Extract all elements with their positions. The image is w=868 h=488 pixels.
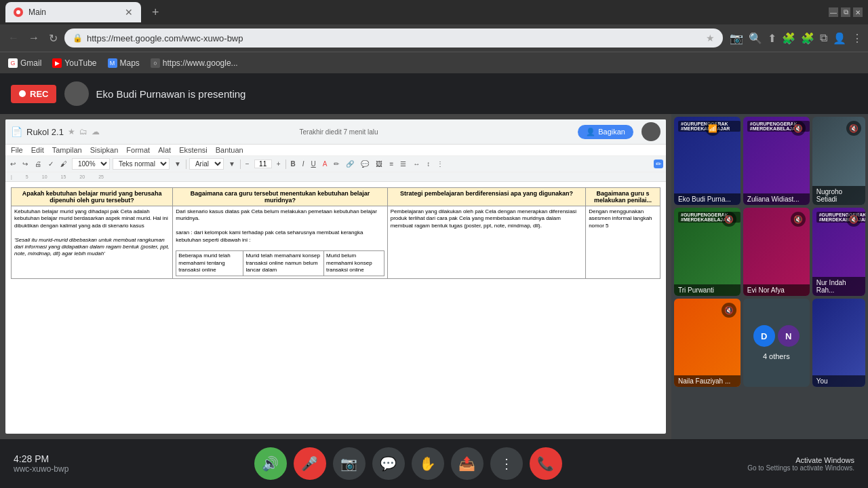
tb-list[interactable]: ☰: [398, 159, 408, 168]
present-button[interactable]: 📤: [451, 447, 484, 480]
last-edit-text: Terakhir diedit 7 menit lalu: [299, 128, 378, 136]
others-avatar-1: D: [753, 325, 775, 347]
tb-bold[interactable]: B: [289, 159, 298, 168]
reload-button[interactable]: ↻: [46, 29, 60, 48]
tb-font-size-input[interactable]: [254, 159, 272, 168]
video-tile-nurindah[interactable]: #GURUPENGGERAK #MERDEKABELAJAR 🔇 Nur Ind…: [812, 208, 865, 296]
mute-button[interactable]: 🎤: [294, 447, 326, 480]
active-tab[interactable]: Main ✕: [5, 2, 141, 22]
tb-link[interactable]: 🔗: [344, 159, 356, 168]
tb-zoom-select[interactable]: 100%: [72, 158, 110, 170]
video-tile-others[interactable]: D N 4 others: [743, 299, 810, 387]
menu-edit[interactable]: Edit: [31, 146, 44, 154]
raise-hand-button[interactable]: ✋: [412, 447, 444, 480]
share-button[interactable]: 👤 Bagikan: [578, 125, 633, 139]
volume-button[interactable]: 🔊: [254, 447, 287, 480]
tb-image[interactable]: 🖼: [374, 159, 384, 168]
doc-cloud-icon[interactable]: ☁: [92, 127, 100, 136]
tb-style-expand[interactable]: ▼: [172, 159, 183, 168]
captions-button[interactable]: 💬: [372, 447, 405, 480]
back-button[interactable]: ←: [5, 29, 22, 47]
menu-extensions[interactable]: Ekstensi: [179, 146, 208, 154]
col-header-2: Bagaimana cara guru tersebut menentukan …: [173, 188, 387, 206]
tb-color[interactable]: A: [321, 159, 330, 168]
zoom-icon[interactable]: 🔍: [749, 32, 762, 45]
tb-underline[interactable]: U: [309, 159, 318, 168]
video-row-1: #GURUPENGGERAK #MERDEKABELAJAR 📶 Eko Bud…: [674, 117, 865, 205]
others-count: 4 others: [763, 352, 790, 360]
tb-font-size-decrease[interactable]: −: [243, 159, 252, 168]
tb-align[interactable]: ≡: [387, 159, 395, 168]
close-button[interactable]: ✕: [853, 7, 863, 17]
forward-button[interactable]: →: [26, 29, 42, 47]
doc-table: Apakah kebutuhan belajar murid yang beru…: [11, 187, 660, 279]
bottom-right: Activate Windows Go to Settings to activ…: [747, 456, 854, 472]
doc-folder-icon[interactable]: 🗂: [79, 127, 87, 136]
other-label: https://www.google...: [163, 58, 238, 68]
gmail-favicon: G: [8, 58, 18, 68]
tb-paint[interactable]: 🖌: [58, 159, 69, 168]
mute-icon-zuliana: 🔇: [791, 121, 806, 136]
extension-icon[interactable]: 🧩: [782, 32, 795, 45]
video-tile-nugroho[interactable]: 🔇 Nugroho Setiadi: [812, 117, 865, 205]
restore-button[interactable]: ⧉: [841, 7, 850, 17]
tb-redo[interactable]: ↪: [20, 159, 30, 168]
tb-spacing[interactable]: ↕: [425, 159, 432, 168]
bookmark-other[interactable]: ○ https://www.google...: [151, 58, 238, 68]
screen-capture-icon[interactable]: 📷: [730, 32, 743, 45]
menu-file[interactable]: File: [11, 146, 23, 154]
tb-indent[interactable]: ↔: [411, 159, 422, 168]
others-avatar-2: N: [778, 325, 800, 347]
tb-italic[interactable]: I: [300, 159, 307, 168]
video-tile-eko[interactable]: #GURUPENGGERAK #MERDEKABELAJAR 📶 Eko Bud…: [674, 117, 741, 205]
bookmark-youtube[interactable]: ▶ YouTube: [52, 58, 96, 68]
menu-dots-icon[interactable]: ⋮: [852, 32, 863, 45]
share-icon[interactable]: ⬆: [768, 32, 776, 45]
url-bar[interactable]: 🔒 https://meet.google.com/wwc-xuwo-bwp ★: [64, 29, 723, 48]
tb-highlight[interactable]: ✏: [332, 159, 341, 168]
tb-undo[interactable]: ↩: [8, 159, 18, 168]
bookmark-maps[interactable]: M Maps: [108, 58, 140, 68]
bookmark-gmail[interactable]: G Gmail: [8, 58, 41, 68]
tb-font-size-increase[interactable]: +: [275, 159, 283, 168]
new-tab-button[interactable]: +: [146, 5, 165, 20]
tb-style-select[interactable]: Teks normal: [113, 158, 170, 170]
gmail-label: Gmail: [20, 58, 41, 68]
minimize-button[interactable]: —: [829, 7, 838, 17]
video-tile-zuliana[interactable]: #GURUPENGGERAK #MERDEKABELAJAR 🔇 Zuliana…: [743, 117, 810, 205]
mute-icon-naila: 🔇: [722, 303, 736, 318]
menu-view[interactable]: Tampilan: [52, 146, 82, 154]
video-tile-you[interactable]: You: [812, 299, 865, 387]
menu-insert[interactable]: Sisipkan: [90, 146, 119, 154]
rec-button[interactable]: REC: [11, 85, 56, 103]
tb-more[interactable]: ⋮: [435, 159, 446, 168]
tile-label-zuliana: Zuliana Widiast...: [743, 193, 810, 205]
profile-sidebar-icon[interactable]: ⧉: [820, 32, 827, 44]
tb-font-expand[interactable]: ▼: [226, 159, 237, 168]
camera-button[interactable]: 📷: [333, 447, 366, 480]
more-options-button[interactable]: ⋮: [490, 447, 523, 480]
tb-comment[interactable]: 💬: [359, 159, 371, 168]
video-tile-evi[interactable]: 🔇 Evi Nor Afya: [743, 208, 810, 296]
activate-subtitle: Go to Settings to activate Windows.: [747, 464, 854, 472]
doc-star-icon[interactable]: ★: [68, 127, 75, 136]
tb-font-select[interactable]: Arial: [189, 158, 224, 170]
tb-check[interactable]: ✓: [46, 159, 56, 168]
video-tile-tri[interactable]: #GURUPENGGERAK #MERDEKABELAJAR 🔇 Tri Pur…: [674, 208, 741, 296]
cell-1-1: Kebutuhan belajar murid yang dihadapi pa…: [12, 206, 173, 279]
menu-format[interactable]: Format: [126, 146, 150, 154]
tb-print[interactable]: 🖨: [33, 159, 43, 168]
menu-tools[interactable]: Alat: [158, 146, 171, 154]
bookmark-star-icon[interactable]: ★: [706, 33, 715, 43]
presentation-area: 📄 Rukol 2.1 ★ 🗂 ☁ Terakhir diedit 7 meni…: [0, 114, 671, 439]
video-grid: #GURUPENGGERAK #MERDEKABELAJAR 📶 Eko Bud…: [671, 114, 868, 439]
video-tile-naila[interactable]: 🔇 Naila Fauziyah ...: [674, 299, 741, 387]
tb-highlight-btn[interactable]: ✏: [654, 159, 663, 168]
inner-cell-2: Murid telah memahami konsep transaksi on…: [243, 251, 324, 276]
end-call-button[interactable]: 📞: [530, 447, 562, 480]
rec-label: REC: [30, 89, 48, 99]
extensions-puzzle-icon[interactable]: 🧩: [801, 32, 814, 45]
user-profile-icon[interactable]: 👤: [833, 32, 846, 45]
tab-close-button[interactable]: ✕: [125, 7, 133, 18]
menu-help[interactable]: Bantuan: [216, 146, 243, 154]
